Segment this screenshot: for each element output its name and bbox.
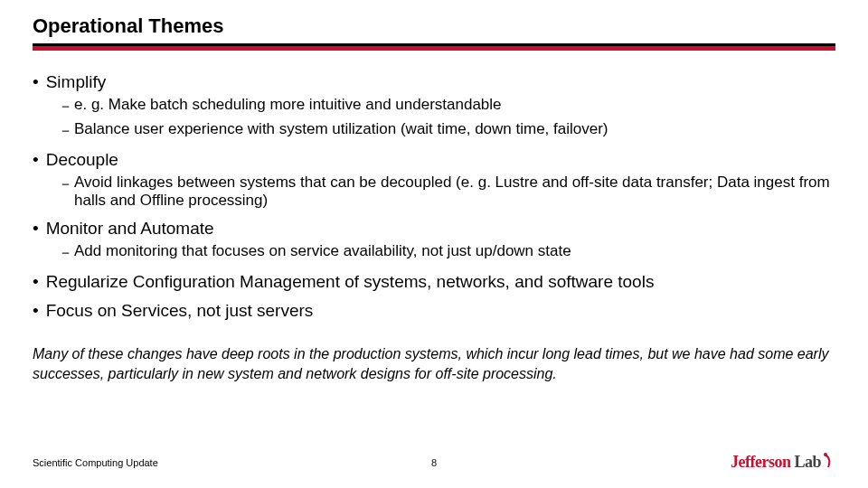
slide-title: Operational Themes [33,14,224,38]
content-area: Simplify －e. g. Make batch scheduling mo… [33,63,835,383]
bullet-decouple: Decouple [33,150,835,170]
sub-text: Add monitoring that focuses on service a… [74,242,571,260]
logo-text-lab: Lab [790,453,821,471]
title-rule [33,43,835,51]
bullet-simplify: Simplify [33,72,835,92]
dash-icon: － [58,120,74,141]
sub-text: e. g. Make batch scheduling more intuiti… [74,96,502,114]
jefferson-lab-logo: Jefferson Lab [731,453,835,472]
bullet-text: Simplify [46,72,107,92]
bullet-text: Regularize Configuration Management of s… [46,272,655,292]
sub-bullet: －Avoid linkages between systems that can… [58,174,835,210]
bullet-text: Focus on Services, not just servers [46,301,314,321]
bullet-services: Focus on Services, not just servers [33,301,835,321]
bullet-text: Decouple [46,150,118,170]
dash-icon: － [58,174,74,194]
logo-text-jefferson: Jefferson [731,453,790,471]
dash-icon: － [58,242,74,263]
bullet-text: Monitor and Automate [46,219,214,239]
footer: Scientific Computing Update 8 Jefferson … [33,453,835,472]
bullet-regularize: Regularize Configuration Management of s… [33,272,835,292]
sub-bullet: －Balance user experience with system uti… [58,120,835,141]
sub-bullet: －Add monitoring that focuses on service … [58,242,835,263]
dash-icon: － [58,96,74,117]
sub-text: Avoid linkages between systems that can … [74,174,835,210]
summary-note: Many of these changes have deep roots in… [33,344,835,383]
sub-text: Balance user experience with system util… [74,120,609,138]
svg-point-0 [824,453,827,456]
sub-bullet: －e. g. Make batch scheduling more intuit… [58,96,835,117]
slide: Operational Themes Simplify －e. g. Make … [0,0,868,488]
bullet-monitor: Monitor and Automate [33,219,835,239]
page-number: 8 [431,457,437,468]
footer-left: Scientific Computing Update [33,457,158,468]
logo-swoosh-icon [823,453,835,472]
